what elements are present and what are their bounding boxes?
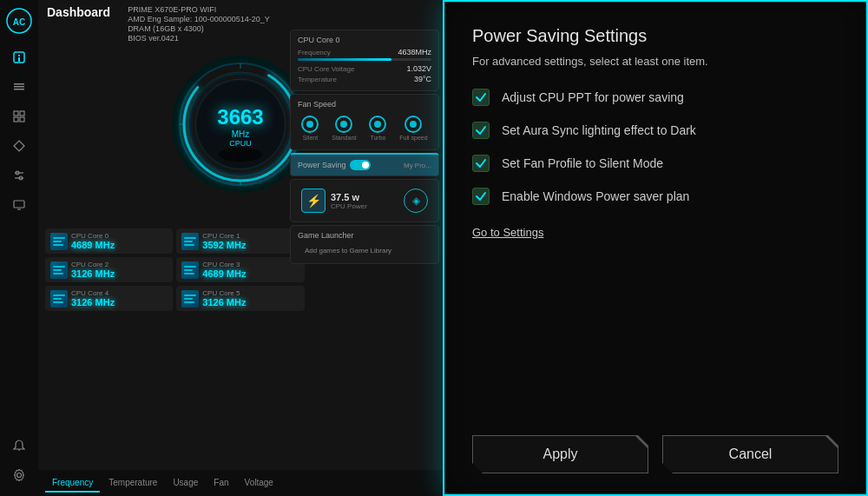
svg-rect-5 — [14, 83, 24, 85]
svg-rect-8 — [14, 111, 18, 116]
core-name: CPU Core 5 — [202, 289, 246, 297]
svg-rect-17 — [14, 201, 24, 208]
fan-turbo: Turbo — [369, 116, 386, 141]
freq-progress-bg — [298, 58, 431, 61]
checkbox-row-fan[interactable]: Set Fan Profile to Silent Mode — [472, 155, 838, 172]
core-name: CPU Core 1 — [202, 232, 246, 240]
sidebar: AC — [0, 0, 38, 496]
left-panel: AC D — [0, 0, 443, 496]
svg-text:AC: AC — [13, 17, 25, 27]
checkbox-label-aura: Set Aura Sync lighting effect to Dark — [502, 123, 696, 137]
core-freq: 3126 MHz — [202, 297, 246, 308]
bios-version: BIOS ver.0421 — [128, 34, 270, 43]
freq-value: 4638MHz — [398, 48, 431, 56]
dialog-buttons: Apply Cancel — [472, 435, 838, 473]
temp-row: Temperature 39°C — [298, 75, 431, 83]
fan-silent-label: Silent — [303, 135, 319, 141]
core-freq: 3126 MHz — [71, 268, 115, 279]
fan-circle-icon — [369, 116, 386, 133]
svg-rect-3 — [18, 55, 20, 56]
sidebar-item-diamond[interactable] — [3, 132, 35, 160]
my-profile-label: My Pro... — [404, 162, 431, 169]
freq-progress-fill — [298, 58, 391, 61]
svg-rect-9 — [20, 111, 24, 116]
core-icon — [50, 261, 68, 279]
sidebar-item-settings[interactable] — [3, 461, 35, 489]
power-reading: 37.5 w CPU Power — [331, 192, 367, 210]
tab-fan[interactable]: Fan — [207, 474, 235, 493]
sidebar-item-info[interactable] — [3, 43, 35, 71]
core-name: CPU Core 0 — [71, 232, 115, 240]
cancel-button[interactable]: Cancel — [662, 435, 838, 473]
gauge-value: 3663 — [217, 105, 263, 129]
dialog-subtitle: For advanced settings, select at least o… — [472, 55, 838, 68]
checkbox-label-cpu-ppt: Adjust CPU PPT for power saving — [502, 90, 684, 104]
fan-standard: Standard — [332, 116, 356, 141]
cpu-name: PRIME X670E-PRO WIFI — [128, 5, 270, 14]
freq-label: Frequency — [298, 49, 331, 56]
list-item: CPU Core 5 3126 MHz — [176, 286, 304, 311]
tab-usage[interactable]: Usage — [166, 474, 205, 493]
apply-button[interactable]: Apply — [472, 435, 648, 473]
core-icon — [181, 233, 199, 250]
power-saving-toggle[interactable] — [350, 160, 371, 170]
list-item: CPU Core 0 4689 MHz — [45, 228, 173, 254]
fan-icons: Silent Standard Turbo Full speed — [298, 112, 431, 144]
checkbox-row-cpu-ppt[interactable]: Adjust CPU PPT for power saving — [472, 89, 838, 106]
app-logo: AC — [5, 7, 33, 35]
fan-standard-label: Standard — [332, 135, 356, 141]
svg-rect-6 — [14, 86, 24, 88]
power-saving-dialog: Power Saving Settings For advanced setti… — [443, 0, 868, 496]
core-info: CPU Core 2 3126 MHz — [71, 261, 115, 279]
ram-info: DRAM (16GB x 4300) — [128, 24, 270, 33]
sidebar-item-grid[interactable] — [3, 103, 35, 130]
cpu-panel: CPU Core 0 Frequency 4638MHz CPU Core Vo… — [290, 30, 439, 91]
game-launcher-title: Game Launcher — [298, 231, 431, 240]
cpu-panel-title: CPU Core 0 — [298, 36, 431, 44]
power-saving-title: Power Saving — [298, 161, 346, 169]
power-watts: 37.5 w — [331, 192, 367, 202]
checkbox-aura[interactable] — [472, 122, 490, 139]
temp-value: 39°C — [414, 75, 431, 83]
main-content: Dashboard PRIME X670E-PRO WIFI AMD Eng S… — [38, 0, 443, 496]
svg-rect-10 — [14, 117, 18, 122]
cpu-info: AMD Eng Sample: 100-000000514-20_Y — [128, 15, 270, 23]
power-saving-panel: Power Saving My Pro... — [290, 153, 439, 176]
game-launcher-panel: Game Launcher Add games to Game Library — [290, 225, 439, 264]
svg-rect-11 — [20, 117, 24, 122]
svg-rect-7 — [14, 89, 24, 90]
voltage-label: CPU Core Voltage — [298, 65, 354, 73]
sidebar-item-notification[interactable] — [3, 432, 35, 460]
core-name: CPU Core 2 — [71, 261, 115, 268]
header-info: PRIME X670E-PRO WIFI AMD Eng Sample: 100… — [128, 5, 270, 43]
tab-voltage[interactable]: Voltage — [238, 474, 280, 493]
voltage-value: 1.032V — [406, 64, 431, 73]
checkbox-fan[interactable] — [472, 155, 490, 172]
list-item: CPU Core 4 3126 MHz — [45, 286, 173, 311]
core-info: CPU Core 4 3126 MHz — [71, 289, 115, 308]
fan-circle-icon — [404, 116, 422, 133]
core-freq: 4689 MHz — [71, 240, 115, 250]
sidebar-item-monitor[interactable] — [3, 191, 35, 219]
temp-label: Temperature — [298, 76, 337, 83]
checkbox-label-fan: Set Fan Profile to Silent Mode — [502, 156, 663, 170]
svg-marker-12 — [14, 141, 24, 151]
checkbox-windows[interactable] — [472, 188, 490, 205]
core-info: CPU Core 3 4689 MHz — [202, 261, 246, 279]
add-games-text: Add games to Game Library — [298, 243, 431, 258]
goto-settings-link[interactable]: Go to Settings — [472, 226, 838, 239]
checkbox-row-windows[interactable]: Enable Windows Power saver plan — [472, 188, 838, 205]
core-name: CPU Core 3 — [202, 261, 246, 268]
scenarios-icon: ◈ — [404, 188, 428, 213]
list-item: CPU Core 3 4689 MHz — [176, 257, 304, 282]
checkbox-row-aura[interactable]: Set Aura Sync lighting effect to Dark — [472, 122, 838, 139]
fan-turbo-label: Turbo — [370, 135, 385, 141]
tab-temperature[interactable]: Temperature — [102, 474, 164, 493]
sidebar-item-menu[interactable] — [3, 73, 35, 101]
tab-frequency[interactable]: Frequency — [45, 474, 100, 493]
core-freq: 3592 MHz — [202, 240, 246, 250]
core-icon — [181, 290, 199, 308]
sidebar-item-sliders[interactable] — [3, 162, 35, 189]
checkbox-cpu-ppt[interactable] — [472, 89, 490, 106]
sidebar-bottom — [3, 432, 35, 496]
